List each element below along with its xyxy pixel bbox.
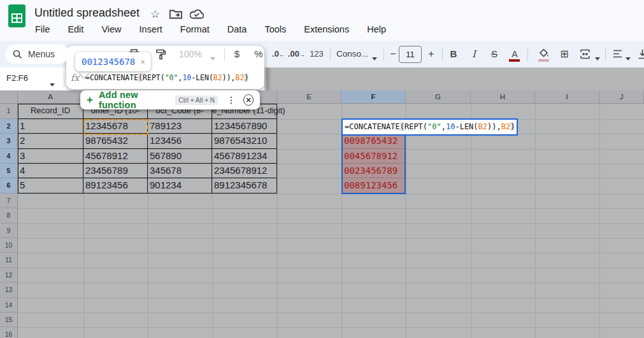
formula-segment: ( — [138, 73, 143, 82]
spreadsheet-title[interactable]: Untitled spreadsheet — [34, 6, 140, 20]
menu-data[interactable]: Data — [220, 22, 254, 38]
add-function-label[interactable]: Add new function — [99, 90, 168, 110]
row-header-14[interactable]: 14 — [0, 298, 18, 313]
menu-view[interactable]: View — [94, 22, 128, 38]
cell-a5[interactable]: 4 — [18, 164, 83, 178]
name-box[interactable]: F2:F6 — [6, 73, 28, 83]
star-icon[interactable]: ☆ — [150, 8, 160, 21]
column-header-g[interactable]: G — [406, 90, 471, 104]
font-size-input[interactable]: 11 — [399, 46, 422, 63]
menu-insert[interactable]: Insert — [132, 22, 169, 38]
row-header-5[interactable]: 5 — [0, 164, 18, 178]
formula-segment: )) — [487, 122, 496, 131]
column-header-e[interactable]: E — [277, 90, 341, 104]
column-header-f[interactable]: F — [341, 90, 406, 104]
cell-b4[interactable]: 45678912 — [83, 149, 148, 164]
formula-segment: 10 — [446, 122, 455, 131]
cell-d2[interactable]: 1234567890 — [212, 119, 277, 134]
column-header-a[interactable]: A — [18, 90, 83, 104]
horizontal-align-icon[interactable] — [610, 50, 624, 64]
close-icon[interactable]: × — [140, 57, 145, 67]
format-currency-button[interactable]: $ — [231, 47, 243, 61]
gridline-h — [18, 194, 644, 194]
gridline-h — [18, 327, 644, 328]
row-header-13[interactable]: 13 — [0, 283, 18, 297]
cell-c2[interactable]: 789123 — [148, 119, 212, 134]
menu-edit[interactable]: Edit — [61, 22, 90, 38]
cloud-saved-icon[interactable] — [190, 10, 204, 19]
gridline-h — [18, 268, 644, 269]
decrease-decimals-button[interactable]: .0← — [271, 47, 285, 61]
more-options-icon[interactable]: ⋮ — [227, 95, 236, 105]
select-all-corner[interactable] — [0, 90, 18, 104]
menu-extensions[interactable]: Extensions — [297, 22, 356, 38]
cell-c4[interactable]: 567890 — [148, 149, 212, 164]
sheets-logo-icon[interactable] — [8, 4, 25, 27]
row-header-12[interactable]: 12 — [0, 268, 18, 283]
row-header-6[interactable]: 6 — [0, 178, 18, 193]
cell-d5[interactable]: 2345678912 — [212, 164, 277, 178]
cell-a2[interactable]: 1 — [18, 119, 83, 134]
decrease-font-size-button[interactable]: − — [387, 47, 399, 61]
increase-decimals-button[interactable]: .00→ — [288, 47, 304, 61]
formula-segment: B2 — [213, 73, 222, 82]
cell-d4[interactable]: 4567891234 — [212, 149, 277, 164]
row-header-15[interactable]: 15 — [0, 313, 18, 327]
increase-font-size-button[interactable]: + — [426, 47, 437, 61]
row-header-9[interactable]: 9 — [0, 223, 18, 238]
cell-a3[interactable]: 2 — [18, 134, 83, 148]
menu-format[interactable]: Format — [173, 22, 217, 38]
row-header-8[interactable]: 8 — [0, 208, 18, 223]
bold-button[interactable]: B — [447, 47, 460, 61]
fx-icon: fx — [71, 73, 79, 83]
row-header-16[interactable]: 16 — [0, 327, 18, 338]
column-header-j[interactable]: J — [599, 90, 644, 104]
strikethrough-button[interactable]: S — [488, 47, 501, 61]
merge-cells-icon[interactable] — [577, 49, 592, 63]
cell-d6[interactable]: 8912345678 — [212, 178, 277, 193]
gridline-h — [18, 298, 644, 299]
cell-editor-f2[interactable]: =CONCATENATE(REPT("0",10-LEN(B2)),B2) — [341, 118, 518, 136]
format-percent-button[interactable]: % — [251, 47, 266, 61]
paint-format-icon[interactable] — [153, 49, 168, 63]
preview-value: 0012345678 — [82, 57, 135, 67]
cell-header-a1[interactable]: Record_ID — [18, 104, 83, 118]
cell-d3[interactable]: 9876543210 — [212, 134, 277, 148]
add-new-function-popup[interactable]: + Add new function Ctrl + Alt + N ⋮ ✕ — [80, 90, 260, 109]
menus-search-button[interactable]: Menus — [5, 45, 69, 64]
italic-button[interactable]: I — [468, 47, 480, 61]
close-circle-icon[interactable]: ✕ — [243, 94, 254, 106]
zoom-select[interactable]: 100% — [177, 47, 204, 61]
cell-b5[interactable]: 23456789 — [83, 164, 148, 178]
zoom-caret-icon — [210, 53, 215, 64]
cell-a6[interactable]: 5 — [18, 178, 83, 193]
column-header-i[interactable]: I — [535, 90, 599, 104]
move-folder-icon[interactable] — [169, 9, 182, 19]
row-header-3[interactable]: 3 — [0, 134, 18, 148]
cell-b3[interactable]: 98765432 — [83, 134, 148, 148]
cell-a4[interactable]: 3 — [18, 149, 83, 164]
menu-tools[interactable]: Tools — [257, 22, 293, 38]
more-formats-button[interactable]: 123 — [308, 47, 325, 61]
gridline-h — [18, 223, 644, 224]
referenced-cell-highlight — [83, 119, 148, 135]
cell-c5[interactable]: 345678 — [148, 164, 212, 178]
vertical-align-icon[interactable] — [636, 49, 644, 63]
menu-help[interactable]: Help — [360, 22, 393, 38]
row-header-7[interactable]: 7 — [0, 194, 18, 208]
formula-input[interactable]: =CONCATENATE(REPT("0",10-LEN(B2)),B2) — [85, 73, 248, 82]
gridline-v — [535, 90, 536, 338]
column-header-h[interactable]: H — [471, 90, 535, 104]
row-header-11[interactable]: 11 — [0, 253, 18, 267]
cell-b6[interactable]: 89123456 — [83, 178, 148, 193]
cell-c3[interactable]: 123456 — [148, 134, 212, 148]
borders-icon[interactable]: ⊞ — [557, 47, 572, 61]
cell-c6[interactable]: 901234 — [148, 178, 212, 193]
row-header-2[interactable]: 2 — [0, 119, 18, 134]
name-box-caret-icon[interactable] — [50, 79, 55, 90]
menu-file[interactable]: File — [28, 22, 57, 38]
row-header-4[interactable]: 4 — [0, 149, 18, 164]
font-name-select[interactable]: Conso... — [336, 47, 369, 61]
row-header-1[interactable]: 1 — [0, 104, 18, 118]
row-header-10[interactable]: 10 — [0, 238, 18, 253]
